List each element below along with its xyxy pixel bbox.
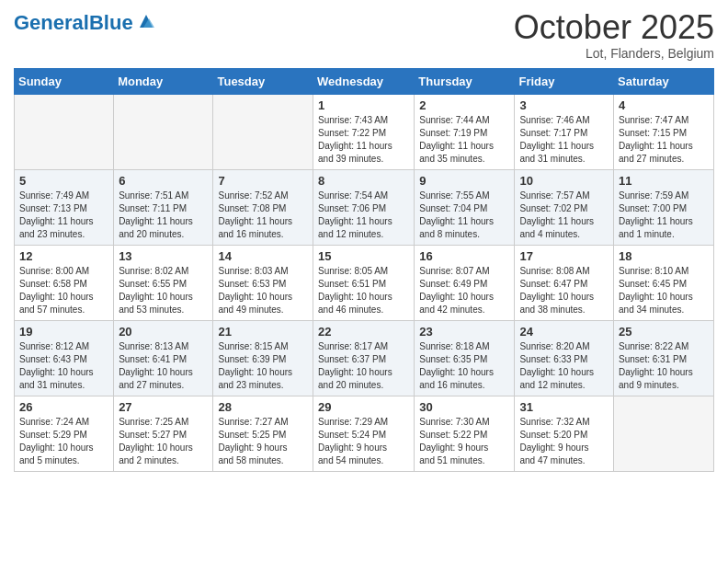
title-section: October 2025 Lot, Flanders, Belgium bbox=[514, 9, 714, 61]
calendar-day-cell: 11Sunrise: 7:59 AM Sunset: 7:00 PM Dayli… bbox=[614, 169, 714, 245]
calendar-week-row: 1Sunrise: 7:43 AM Sunset: 7:22 PM Daylig… bbox=[15, 94, 714, 169]
calendar-header-row: Sunday Monday Tuesday Wednesday Thursday… bbox=[15, 68, 714, 94]
day-number: 8 bbox=[318, 174, 409, 188]
day-info: Sunrise: 7:24 AM Sunset: 5:29 PM Dayligh… bbox=[19, 416, 108, 467]
calendar-week-row: 19Sunrise: 8:12 AM Sunset: 6:43 PM Dayli… bbox=[15, 320, 714, 396]
day-info: Sunrise: 7:57 AM Sunset: 7:02 PM Dayligh… bbox=[519, 190, 609, 241]
day-number: 16 bbox=[419, 249, 509, 263]
day-info: Sunrise: 8:17 AM Sunset: 6:37 PM Dayligh… bbox=[318, 340, 409, 392]
day-number: 21 bbox=[218, 325, 308, 339]
day-info: Sunrise: 8:18 AM Sunset: 6:35 PM Dayligh… bbox=[419, 340, 509, 392]
calendar-day-cell: 15Sunrise: 8:05 AM Sunset: 6:51 PM Dayli… bbox=[313, 245, 415, 320]
col-friday: Friday bbox=[515, 68, 614, 94]
day-number: 9 bbox=[419, 174, 509, 188]
calendar-day-cell: 22Sunrise: 8:17 AM Sunset: 6:37 PM Dayli… bbox=[313, 320, 415, 396]
day-number: 29 bbox=[318, 400, 409, 414]
calendar-day-cell bbox=[15, 94, 114, 169]
day-number: 26 bbox=[19, 400, 108, 414]
day-info: Sunrise: 7:59 AM Sunset: 7:00 PM Dayligh… bbox=[619, 190, 709, 241]
day-info: Sunrise: 8:15 AM Sunset: 6:39 PM Dayligh… bbox=[218, 340, 308, 392]
day-info: Sunrise: 7:54 AM Sunset: 7:06 PM Dayligh… bbox=[318, 190, 409, 241]
calendar-day-cell bbox=[114, 94, 213, 169]
day-number: 7 bbox=[218, 174, 308, 188]
day-info: Sunrise: 8:00 AM Sunset: 6:58 PM Dayligh… bbox=[19, 265, 108, 316]
day-info: Sunrise: 8:10 AM Sunset: 6:45 PM Dayligh… bbox=[619, 265, 709, 316]
day-info: Sunrise: 8:03 AM Sunset: 6:53 PM Dayligh… bbox=[218, 265, 308, 316]
day-number: 2 bbox=[419, 98, 509, 112]
calendar-day-cell: 5Sunrise: 7:49 AM Sunset: 7:13 PM Daylig… bbox=[15, 169, 114, 245]
calendar-day-cell: 25Sunrise: 8:22 AM Sunset: 6:31 PM Dayli… bbox=[614, 320, 714, 396]
day-info: Sunrise: 7:30 AM Sunset: 5:22 PM Dayligh… bbox=[419, 416, 509, 467]
day-number: 20 bbox=[119, 325, 208, 339]
calendar-day-cell: 13Sunrise: 8:02 AM Sunset: 6:55 PM Dayli… bbox=[114, 245, 213, 320]
day-info: Sunrise: 7:55 AM Sunset: 7:04 PM Dayligh… bbox=[419, 190, 509, 241]
calendar: Sunday Monday Tuesday Wednesday Thursday… bbox=[14, 68, 714, 472]
day-info: Sunrise: 8:08 AM Sunset: 6:47 PM Dayligh… bbox=[519, 265, 609, 316]
day-number: 14 bbox=[218, 249, 308, 263]
location: Lot, Flanders, Belgium bbox=[514, 46, 714, 61]
calendar-day-cell: 10Sunrise: 7:57 AM Sunset: 7:02 PM Dayli… bbox=[515, 169, 614, 245]
day-number: 17 bbox=[519, 249, 609, 263]
calendar-day-cell: 17Sunrise: 8:08 AM Sunset: 6:47 PM Dayli… bbox=[515, 245, 614, 320]
logo-text: GeneralBlue bbox=[14, 13, 133, 33]
calendar-day-cell: 27Sunrise: 7:25 AM Sunset: 5:27 PM Dayli… bbox=[114, 396, 213, 471]
day-info: Sunrise: 7:44 AM Sunset: 7:19 PM Dayligh… bbox=[419, 114, 509, 166]
calendar-day-cell: 9Sunrise: 7:55 AM Sunset: 7:04 PM Daylig… bbox=[415, 169, 515, 245]
day-info: Sunrise: 8:20 AM Sunset: 6:33 PM Dayligh… bbox=[519, 340, 609, 392]
day-number: 13 bbox=[119, 249, 208, 263]
calendar-day-cell: 24Sunrise: 8:20 AM Sunset: 6:33 PM Dayli… bbox=[515, 320, 614, 396]
day-number: 18 bbox=[619, 249, 709, 263]
calendar-day-cell bbox=[213, 94, 313, 169]
calendar-week-row: 5Sunrise: 7:49 AM Sunset: 7:13 PM Daylig… bbox=[15, 169, 714, 245]
day-number: 5 bbox=[19, 174, 108, 188]
calendar-day-cell: 8Sunrise: 7:54 AM Sunset: 7:06 PM Daylig… bbox=[313, 169, 415, 245]
day-number: 30 bbox=[419, 400, 509, 414]
calendar-day-cell: 1Sunrise: 7:43 AM Sunset: 7:22 PM Daylig… bbox=[313, 94, 415, 169]
calendar-day-cell: 18Sunrise: 8:10 AM Sunset: 6:45 PM Dayli… bbox=[614, 245, 714, 320]
day-info: Sunrise: 7:29 AM Sunset: 5:24 PM Dayligh… bbox=[318, 416, 409, 467]
day-number: 10 bbox=[519, 174, 609, 188]
logo-blue: Blue bbox=[89, 11, 133, 34]
day-info: Sunrise: 8:02 AM Sunset: 6:55 PM Dayligh… bbox=[119, 265, 208, 316]
day-info: Sunrise: 8:13 AM Sunset: 6:41 PM Dayligh… bbox=[119, 340, 208, 392]
day-info: Sunrise: 7:51 AM Sunset: 7:11 PM Dayligh… bbox=[119, 190, 208, 241]
day-info: Sunrise: 7:49 AM Sunset: 7:13 PM Dayligh… bbox=[19, 190, 108, 241]
calendar-day-cell: 23Sunrise: 8:18 AM Sunset: 6:35 PM Dayli… bbox=[415, 320, 515, 396]
day-number: 25 bbox=[619, 325, 709, 339]
day-number: 24 bbox=[519, 325, 609, 339]
calendar-day-cell: 7Sunrise: 7:52 AM Sunset: 7:08 PM Daylig… bbox=[213, 169, 313, 245]
day-number: 6 bbox=[119, 174, 208, 188]
calendar-day-cell: 28Sunrise: 7:27 AM Sunset: 5:25 PM Dayli… bbox=[213, 396, 313, 471]
day-number: 11 bbox=[619, 174, 709, 188]
month-title: October 2025 bbox=[514, 9, 714, 46]
day-number: 31 bbox=[519, 400, 609, 414]
day-info: Sunrise: 7:25 AM Sunset: 5:27 PM Dayligh… bbox=[119, 416, 208, 467]
day-info: Sunrise: 8:22 AM Sunset: 6:31 PM Dayligh… bbox=[619, 340, 709, 392]
logo-general: General bbox=[14, 11, 89, 34]
day-number: 22 bbox=[318, 325, 409, 339]
calendar-day-cell: 14Sunrise: 8:03 AM Sunset: 6:53 PM Dayli… bbox=[213, 245, 313, 320]
calendar-day-cell: 20Sunrise: 8:13 AM Sunset: 6:41 PM Dayli… bbox=[114, 320, 213, 396]
day-number: 23 bbox=[419, 325, 509, 339]
day-number: 28 bbox=[218, 400, 308, 414]
day-info: Sunrise: 8:07 AM Sunset: 6:49 PM Dayligh… bbox=[419, 265, 509, 316]
col-sunday: Sunday bbox=[15, 68, 114, 94]
day-number: 27 bbox=[119, 400, 208, 414]
calendar-day-cell: 31Sunrise: 7:32 AM Sunset: 5:20 PM Dayli… bbox=[515, 396, 614, 471]
col-wednesday: Wednesday bbox=[313, 68, 415, 94]
day-number: 3 bbox=[519, 98, 609, 112]
calendar-day-cell: 2Sunrise: 7:44 AM Sunset: 7:19 PM Daylig… bbox=[415, 94, 515, 169]
calendar-day-cell: 21Sunrise: 8:15 AM Sunset: 6:39 PM Dayli… bbox=[213, 320, 313, 396]
calendar-day-cell: 26Sunrise: 7:24 AM Sunset: 5:29 PM Dayli… bbox=[15, 396, 114, 471]
day-number: 12 bbox=[19, 249, 108, 263]
day-info: Sunrise: 8:05 AM Sunset: 6:51 PM Dayligh… bbox=[318, 265, 409, 316]
day-info: Sunrise: 7:32 AM Sunset: 5:20 PM Dayligh… bbox=[519, 416, 609, 467]
day-info: Sunrise: 7:47 AM Sunset: 7:15 PM Dayligh… bbox=[619, 114, 709, 166]
calendar-day-cell: 4Sunrise: 7:47 AM Sunset: 7:15 PM Daylig… bbox=[614, 94, 714, 169]
day-info: Sunrise: 7:52 AM Sunset: 7:08 PM Dayligh… bbox=[218, 190, 308, 241]
calendar-day-cell bbox=[614, 396, 714, 471]
day-info: Sunrise: 7:43 AM Sunset: 7:22 PM Dayligh… bbox=[318, 114, 409, 166]
day-info: Sunrise: 7:46 AM Sunset: 7:17 PM Dayligh… bbox=[519, 114, 609, 166]
calendar-week-row: 12Sunrise: 8:00 AM Sunset: 6:58 PM Dayli… bbox=[15, 245, 714, 320]
col-saturday: Saturday bbox=[614, 68, 714, 94]
